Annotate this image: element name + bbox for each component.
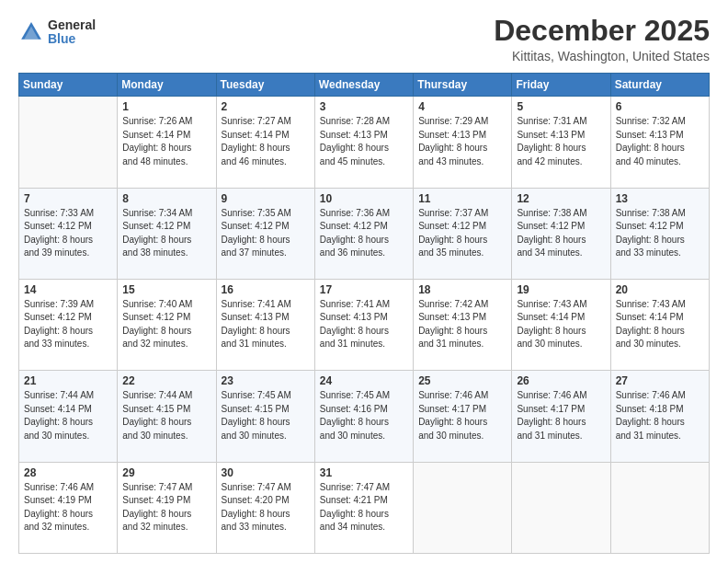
calendar-day-header: Wednesday [314,74,413,97]
day-number: 5 [517,100,605,113]
day-number: 2 [222,100,310,113]
calendar-cell: 3Sunrise: 7:28 AM Sunset: 4:13 PM Daylig… [314,97,413,188]
day-number: 1 [122,100,210,113]
calendar-day-header: Sunday [19,74,118,97]
day-number: 9 [222,192,310,205]
day-info: Sunrise: 7:41 AM Sunset: 4:13 PM Dayligh… [320,298,408,351]
calendar-cell: 25Sunrise: 7:46 AM Sunset: 4:17 PM Dayli… [414,371,512,462]
day-info: Sunrise: 7:39 AM Sunset: 4:12 PM Dayligh… [24,298,112,351]
day-info: Sunrise: 7:46 AM Sunset: 4:17 PM Dayligh… [418,389,506,442]
day-info: Sunrise: 7:29 AM Sunset: 4:13 PM Dayligh… [418,115,506,168]
day-number: 21 [24,374,112,387]
day-info: Sunrise: 7:46 AM Sunset: 4:19 PM Dayligh… [24,481,112,534]
calendar-cell: 15Sunrise: 7:40 AM Sunset: 4:12 PM Dayli… [118,279,216,370]
day-info: Sunrise: 7:44 AM Sunset: 4:14 PM Dayligh… [24,389,112,442]
day-info: Sunrise: 7:47 AM Sunset: 4:19 PM Dayligh… [122,481,210,534]
day-number: 25 [418,374,506,387]
calendar-cell: 23Sunrise: 7:45 AM Sunset: 4:15 PM Dayli… [216,371,314,462]
day-info: Sunrise: 7:33 AM Sunset: 4:12 PM Dayligh… [24,207,112,260]
page: General Blue December 2025 Kittitas, Was… [0,0,728,563]
day-info: Sunrise: 7:41 AM Sunset: 4:13 PM Dayligh… [222,298,310,351]
day-number: 4 [418,100,506,113]
day-info: Sunrise: 7:43 AM Sunset: 4:14 PM Dayligh… [517,298,605,351]
calendar-cell: 22Sunrise: 7:44 AM Sunset: 4:15 PM Dayli… [118,371,216,462]
calendar-cell: 10Sunrise: 7:36 AM Sunset: 4:12 PM Dayli… [314,188,413,279]
day-number: 20 [616,283,704,296]
calendar-table: SundayMondayTuesdayWednesdayThursdayFrid… [18,73,710,554]
calendar-day-header: Monday [118,74,216,97]
calendar-cell: 6Sunrise: 7:32 AM Sunset: 4:13 PM Daylig… [610,97,709,188]
header: General Blue December 2025 Kittitas, Was… [18,15,710,63]
calendar-cell: 30Sunrise: 7:47 AM Sunset: 4:20 PM Dayli… [216,462,314,553]
day-number: 11 [418,192,506,205]
calendar-cell: 21Sunrise: 7:44 AM Sunset: 4:14 PM Dayli… [19,371,118,462]
calendar-cell: 29Sunrise: 7:47 AM Sunset: 4:19 PM Dayli… [118,462,216,553]
day-info: Sunrise: 7:46 AM Sunset: 4:18 PM Dayligh… [616,389,704,442]
calendar-cell: 12Sunrise: 7:38 AM Sunset: 4:12 PM Dayli… [512,188,610,279]
day-number: 3 [320,100,408,113]
day-info: Sunrise: 7:36 AM Sunset: 4:12 PM Dayligh… [320,207,408,260]
calendar-cell: 5Sunrise: 7:31 AM Sunset: 4:13 PM Daylig… [512,97,610,188]
title-block: December 2025 Kittitas, Washington, Unit… [494,15,710,63]
day-info: Sunrise: 7:27 AM Sunset: 4:14 PM Dayligh… [222,115,310,168]
calendar-cell: 27Sunrise: 7:46 AM Sunset: 4:18 PM Dayli… [610,371,709,462]
calendar-cell: 2Sunrise: 7:27 AM Sunset: 4:14 PM Daylig… [216,97,314,188]
logo-icon [18,19,44,45]
calendar-day-header: Friday [512,74,610,97]
day-number: 26 [517,374,605,387]
calendar-day-header: Thursday [414,74,512,97]
subtitle: Kittitas, Washington, United States [494,49,710,63]
calendar-cell: 31Sunrise: 7:47 AM Sunset: 4:21 PM Dayli… [314,462,413,553]
calendar-cell [512,462,610,553]
calendar-cell: 1Sunrise: 7:26 AM Sunset: 4:14 PM Daylig… [118,97,216,188]
calendar-cell: 9Sunrise: 7:35 AM Sunset: 4:12 PM Daylig… [216,188,314,279]
day-info: Sunrise: 7:32 AM Sunset: 4:13 PM Dayligh… [616,115,704,168]
calendar-cell: 11Sunrise: 7:37 AM Sunset: 4:12 PM Dayli… [414,188,512,279]
day-number: 22 [122,374,210,387]
day-number: 28 [24,466,112,479]
calendar-cell: 20Sunrise: 7:43 AM Sunset: 4:14 PM Dayli… [610,279,709,370]
calendar-cell [414,462,512,553]
day-number: 24 [320,374,408,387]
calendar-cell: 13Sunrise: 7:38 AM Sunset: 4:12 PM Dayli… [610,188,709,279]
calendar-cell: 14Sunrise: 7:39 AM Sunset: 4:12 PM Dayli… [19,279,118,370]
calendar-week-row: 14Sunrise: 7:39 AM Sunset: 4:12 PM Dayli… [19,279,710,370]
day-number: 14 [24,283,112,296]
day-info: Sunrise: 7:38 AM Sunset: 4:12 PM Dayligh… [517,207,605,260]
calendar-cell: 19Sunrise: 7:43 AM Sunset: 4:14 PM Dayli… [512,279,610,370]
calendar-cell: 24Sunrise: 7:45 AM Sunset: 4:16 PM Dayli… [314,371,413,462]
day-info: Sunrise: 7:34 AM Sunset: 4:12 PM Dayligh… [122,207,210,260]
day-number: 29 [122,466,210,479]
day-info: Sunrise: 7:37 AM Sunset: 4:12 PM Dayligh… [418,207,506,260]
day-number: 19 [517,283,605,296]
day-info: Sunrise: 7:43 AM Sunset: 4:14 PM Dayligh… [616,298,704,351]
logo-general-text: General [48,18,96,32]
day-info: Sunrise: 7:26 AM Sunset: 4:14 PM Dayligh… [122,115,210,168]
day-number: 12 [517,192,605,205]
day-number: 18 [418,283,506,296]
day-info: Sunrise: 7:42 AM Sunset: 4:13 PM Dayligh… [418,298,506,351]
day-number: 27 [616,374,704,387]
calendar-cell [19,97,118,188]
calendar-week-row: 1Sunrise: 7:26 AM Sunset: 4:14 PM Daylig… [19,97,710,188]
day-number: 8 [122,192,210,205]
calendar-cell: 4Sunrise: 7:29 AM Sunset: 4:13 PM Daylig… [414,97,512,188]
day-info: Sunrise: 7:47 AM Sunset: 4:20 PM Dayligh… [222,481,310,534]
day-number: 6 [616,100,704,113]
day-number: 15 [122,283,210,296]
calendar-cell: 8Sunrise: 7:34 AM Sunset: 4:12 PM Daylig… [118,188,216,279]
calendar-week-row: 21Sunrise: 7:44 AM Sunset: 4:14 PM Dayli… [19,371,710,462]
logo: General Blue [18,18,96,47]
day-number: 10 [320,192,408,205]
calendar-cell: 26Sunrise: 7:46 AM Sunset: 4:17 PM Dayli… [512,371,610,462]
calendar-week-row: 28Sunrise: 7:46 AM Sunset: 4:19 PM Dayli… [19,462,710,553]
calendar-cell: 18Sunrise: 7:42 AM Sunset: 4:13 PM Dayli… [414,279,512,370]
calendar-cell: 16Sunrise: 7:41 AM Sunset: 4:13 PM Dayli… [216,279,314,370]
calendar-day-header: Tuesday [216,74,314,97]
day-number: 17 [320,283,408,296]
day-info: Sunrise: 7:44 AM Sunset: 4:15 PM Dayligh… [122,389,210,442]
day-number: 7 [24,192,112,205]
calendar-week-row: 7Sunrise: 7:33 AM Sunset: 4:12 PM Daylig… [19,188,710,279]
day-info: Sunrise: 7:47 AM Sunset: 4:21 PM Dayligh… [320,481,408,534]
logo-blue-text: Blue [48,32,96,46]
